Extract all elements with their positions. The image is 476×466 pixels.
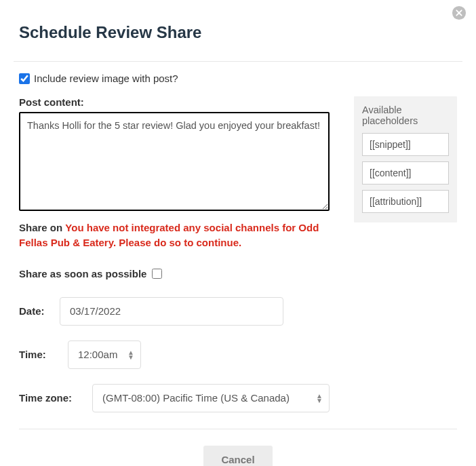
close-icon[interactable]	[452, 5, 467, 20]
placeholder-chip-content[interactable]: [[content]]	[362, 161, 449, 185]
time-select[interactable]: 12:00am	[68, 341, 141, 369]
share-on-prefix: Share on	[19, 222, 65, 233]
placeholders-title: Available placeholders	[362, 104, 449, 126]
timezone-label: Time zone:	[19, 392, 92, 404]
post-content-label: Post content:	[19, 96, 330, 108]
date-input[interactable]	[60, 297, 283, 326]
share-on-message: Share on You have not integrated any soc…	[19, 220, 330, 250]
date-label: Date:	[19, 305, 60, 317]
cancel-button[interactable]: Cancel	[203, 446, 272, 467]
placeholder-chip-snippet[interactable]: [[snippet]]	[362, 133, 449, 156]
include-image-checkbox[interactable]	[19, 73, 30, 84]
include-image-label: Include review image with post?	[34, 73, 178, 84]
placeholder-chip-attribution[interactable]: [[attribution]]	[362, 190, 449, 213]
asap-label: Share as soon as possible	[19, 268, 146, 279]
post-content-textarea[interactable]	[19, 112, 330, 211]
time-label: Time:	[19, 349, 68, 360]
timezone-select[interactable]: (GMT-08:00) Pacific Time (US & Canada)	[92, 384, 330, 412]
placeholders-panel: Available placeholders [[snippet]] [[con…	[354, 96, 457, 222]
asap-checkbox[interactable]	[152, 269, 162, 279]
dialog-title: Schedule Review Share	[14, 7, 462, 61]
